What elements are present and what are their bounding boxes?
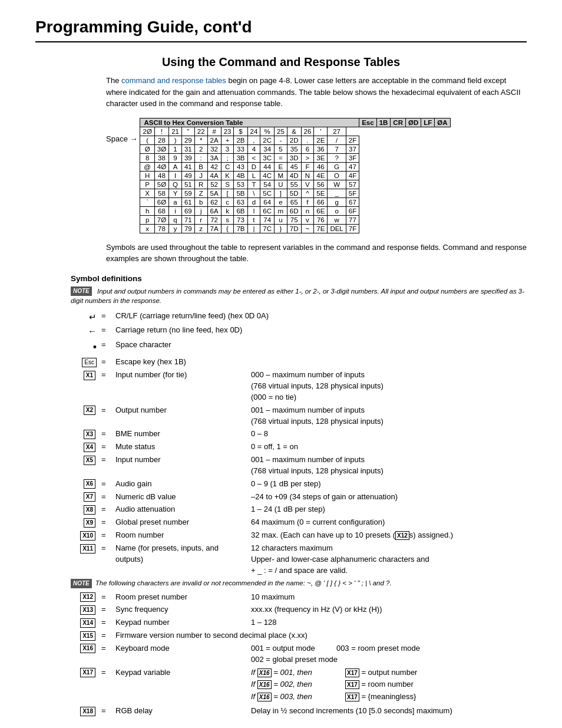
kv-row: If X16 = 001, thenX17 = output number <box>251 667 527 678</box>
command-response-link[interactable]: command and response tables <box>121 76 226 85</box>
def-label: Carriage return (no line feed, hex 0D) <box>115 325 242 336</box>
x-box-X3: X3 <box>84 430 95 439</box>
table-cell: 48 <box>154 171 168 180</box>
def-equals: = <box>101 370 115 381</box>
table-cell: 53 <box>234 180 247 189</box>
table-cell: R <box>194 180 207 189</box>
table-cr: CR <box>391 118 406 127</box>
def-symbol: X9 <box>71 517 101 528</box>
note1: NOTE Input and output numbers in command… <box>71 286 527 306</box>
table-cell: s <box>221 215 234 224</box>
table-cell: 25 <box>275 127 287 136</box>
table-cell: 4C <box>260 171 275 180</box>
table-cell: 21 <box>169 127 182 136</box>
table-cell: 9 <box>169 153 182 162</box>
intro-text-before: The <box>106 76 121 85</box>
def-row-6: X3=BME number0 – 8 <box>71 429 527 440</box>
table-cell: 28 <box>154 136 168 144</box>
table-cell: e <box>275 197 287 206</box>
cr-arrow: ← <box>88 326 97 336</box>
table-cell: ' <box>314 127 328 136</box>
space-label: Space → <box>106 134 137 143</box>
def-equals: = <box>101 311 115 322</box>
x16-cond-box: X16 <box>257 680 272 689</box>
def-value: 001 = output mode 003 = room preset mode… <box>251 643 527 666</box>
def-row-4: X1=Input number (for tie)000 – maximum n… <box>71 370 527 403</box>
table-cell: 3 <box>221 144 234 153</box>
table-cell: 77 <box>346 215 359 224</box>
table-cell: DEL <box>328 224 346 233</box>
def-row-8: X5=Input number001 – maximum number of i… <box>71 454 527 477</box>
table-cell: = <box>275 153 287 162</box>
def-value: 10 maximum <box>251 592 527 603</box>
table-cell: , <box>247 136 260 144</box>
table-cell: | <box>247 224 260 233</box>
table-cell: 7B <box>234 224 247 233</box>
def-equals: = <box>101 592 115 603</box>
def-equals: = <box>101 492 115 503</box>
kv-result: X17 = output number <box>345 667 417 678</box>
def-symbol: Esc <box>71 357 101 368</box>
def-label: BME number <box>115 429 245 440</box>
table-cell: I <box>169 171 182 180</box>
table-cell: 7 <box>328 144 346 153</box>
table-cell: D <box>247 162 260 171</box>
table-cell: 6F <box>346 206 359 215</box>
table-cell: 7A <box>207 224 221 233</box>
table-lf: LF <box>421 118 435 127</box>
table-cell: 3Ø <box>154 144 168 153</box>
x-box-X2: X2 <box>84 406 95 415</box>
table-cell: 42 <box>207 162 221 171</box>
table-cell: 3A <box>207 153 221 162</box>
table-cell: z <box>194 224 207 233</box>
table-cell: 6A <box>207 206 221 215</box>
def-label: Output number <box>115 405 245 416</box>
x-box-X17: X17 <box>80 668 95 677</box>
def-symbol: X1 <box>71 370 101 381</box>
table-cell: 3B <box>234 153 247 162</box>
def-equals: = <box>101 643 115 654</box>
def-symbol: X15 <box>71 630 101 641</box>
table-cell: 59 <box>181 189 194 197</box>
x-box-X10: X10 <box>80 531 95 541</box>
table-cell: 5E <box>314 189 328 197</box>
table-cell: 4Ø <box>154 162 168 171</box>
table-cell: 72 <box>207 215 221 224</box>
def-symbol: X11 <box>71 543 101 554</box>
table-cell: 29 <box>181 136 194 144</box>
table-cell: 5 <box>275 144 287 153</box>
def-value: 0 – 9 (1 dB per step) <box>251 479 527 490</box>
def-symbol: X8 <box>71 504 101 515</box>
def-symbol: X2 <box>71 405 101 416</box>
table-caption: ASCII to Hex Conversion Table <box>140 118 359 127</box>
table-cell: X <box>140 189 154 197</box>
table-cell: } <box>275 224 287 233</box>
table-cell: 45 <box>287 162 301 171</box>
def-label: Sync frequency <box>115 604 245 615</box>
table-cell: 58 <box>154 189 168 197</box>
table-cell: t <box>247 215 260 224</box>
table-cell: 5Ø <box>154 180 168 189</box>
def-value: 0 – 8 <box>251 429 527 440</box>
table-od: ØD <box>405 118 421 127</box>
table-cell: 51 <box>181 180 194 189</box>
table-cell: n <box>301 206 314 215</box>
def-label: Escape key (hex 1B) <box>115 357 186 368</box>
table-cell: 33 <box>234 144 247 153</box>
table-cell: ] <box>275 189 287 197</box>
table-cell: 4 <box>247 144 260 153</box>
table-cell: 73 <box>234 215 247 224</box>
ascii-table-container: Space → ASCII to Hex Conversion Table Es… <box>106 118 527 233</box>
def-row-9: X6=Audio gain0 – 9 (1 dB per step) <box>71 479 527 490</box>
def-value: xxx.xx (frequency in Hz (V) or kHz (H)) <box>251 604 527 615</box>
def-value: Delay in ½ second increments (10 [5.0 se… <box>251 706 527 717</box>
def-equals: = <box>101 357 115 368</box>
table-cell: 27 <box>328 127 346 136</box>
table-cell: 55 <box>287 180 301 189</box>
x-box-X16: X16 <box>80 644 95 653</box>
def-row-7: X4=Mute status0 = off, 1 = on <box>71 442 527 453</box>
table-cell: E <box>275 162 287 171</box>
table-cell: 24 <box>247 127 260 136</box>
table-cell: 2C <box>260 136 275 144</box>
table-cell: 37 <box>346 144 359 153</box>
